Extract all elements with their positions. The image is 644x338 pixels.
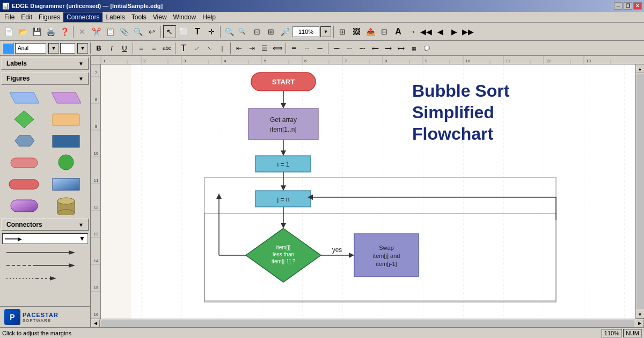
scroll-up-button[interactable]: ▲ bbox=[636, 64, 645, 73]
copy-button[interactable]: 📋 bbox=[104, 25, 116, 38]
grid-button[interactable]: ⊞ bbox=[336, 25, 349, 38]
minimize-button[interactable]: ─ bbox=[614, 2, 623, 10]
save-button[interactable]: 💾 bbox=[30, 25, 43, 38]
line-style2[interactable]: ┄ bbox=[301, 42, 313, 54]
arrow-right-button[interactable]: → bbox=[406, 25, 419, 38]
zoom-fit-button[interactable]: ⊡ bbox=[251, 25, 264, 38]
shape-parallelogram[interactable] bbox=[4, 88, 44, 107]
cut-button[interactable]: ✂️ bbox=[90, 25, 103, 38]
scroll-thumb-h[interactable] bbox=[101, 320, 634, 327]
zoom-out-button[interactable]: 🔍- bbox=[237, 25, 250, 38]
scroll-down-button[interactable]: ▼ bbox=[636, 310, 645, 319]
list-button[interactable]: ☰ bbox=[259, 42, 270, 54]
menu-view[interactable]: View bbox=[150, 12, 170, 22]
align-left-button[interactable]: ≡ bbox=[135, 42, 147, 54]
close-button[interactable]: ✕ bbox=[633, 2, 642, 10]
shape-hexagon[interactable] bbox=[4, 131, 44, 150]
line-tool3[interactable]: ╍╍ bbox=[356, 42, 368, 54]
shape-circle[interactable] bbox=[46, 153, 86, 172]
scroll-right-button[interactable]: ▶ bbox=[635, 319, 644, 328]
connector-tool[interactable]: ✛ bbox=[205, 25, 218, 38]
menu-figures[interactable]: Figures bbox=[35, 12, 63, 22]
scroll-left-button[interactable]: ◀ bbox=[91, 319, 100, 328]
indent-button[interactable]: ⇤ bbox=[233, 42, 245, 54]
delete-button[interactable]: ✕ bbox=[76, 25, 89, 38]
diagram-canvas[interactable]: Bubble Sort Simplified Flowchart START G… bbox=[101, 64, 635, 319]
nav4-button[interactable]: ▶▶ bbox=[462, 25, 474, 38]
paste-button[interactable]: 📎 bbox=[118, 25, 130, 38]
menu-edit[interactable]: Edit bbox=[18, 12, 35, 22]
zoom-custom-button[interactable]: 🔎 bbox=[279, 25, 291, 38]
title-bar-controls[interactable]: ─ ❐ ✕ bbox=[614, 2, 642, 10]
labels-section-header[interactable]: Labels ▼ bbox=[1, 57, 89, 70]
line-tool4[interactable]: ⟵ bbox=[369, 42, 381, 54]
bubble-tool[interactable]: 💬 bbox=[421, 42, 433, 54]
menu-tools[interactable]: Tools bbox=[128, 12, 150, 22]
print-button[interactable]: 🖨️ bbox=[44, 25, 57, 38]
open-button[interactable]: 📂 bbox=[16, 25, 29, 38]
bold-button[interactable]: B bbox=[93, 42, 105, 54]
horizontal-scrollbar[interactable]: ◀ ▶ bbox=[91, 319, 644, 327]
font-dropdown[interactable]: ▼ bbox=[48, 43, 59, 54]
connectors-section-header[interactable]: Connectors ▼ bbox=[1, 218, 89, 231]
italic-button[interactable]: I bbox=[106, 42, 118, 54]
shape-diamond[interactable] bbox=[4, 110, 44, 129]
nav1-button[interactable]: ◀◀ bbox=[420, 25, 433, 38]
figure-tool[interactable]: ⬜ bbox=[177, 25, 190, 38]
menu-file[interactable]: File bbox=[1, 12, 18, 22]
import-button[interactable]: 🖼 bbox=[350, 25, 363, 38]
connector-arrow[interactable] bbox=[4, 247, 86, 258]
line-tool6[interactable]: ⟷ bbox=[395, 42, 407, 54]
line-style3[interactable]: ─ bbox=[314, 42, 326, 54]
select-tool[interactable]: ↖ bbox=[163, 25, 176, 38]
color-swatch[interactable] bbox=[2, 42, 14, 54]
shape-cylinder[interactable] bbox=[46, 196, 86, 215]
nav3-button[interactable]: ▶ bbox=[448, 25, 460, 38]
align-button[interactable]: ⊟ bbox=[378, 25, 391, 38]
underline-button[interactable]: U bbox=[119, 42, 130, 54]
shape-purple-parallelogram[interactable] bbox=[46, 88, 86, 107]
find-button[interactable]: 🔍 bbox=[131, 25, 144, 38]
shape-purple-gradient[interactable] bbox=[4, 196, 44, 215]
text-vertical-button[interactable]: | bbox=[216, 42, 228, 54]
text-label[interactable]: abc bbox=[161, 42, 173, 54]
line-tool1[interactable]: ━━ bbox=[331, 42, 342, 54]
menu-connectors[interactable]: Connectors bbox=[63, 12, 103, 22]
restore-button[interactable]: ❐ bbox=[624, 2, 632, 10]
font-button[interactable]: A bbox=[392, 25, 405, 38]
text-tool[interactable]: T bbox=[191, 25, 204, 38]
shape-peach-rect[interactable] bbox=[46, 110, 86, 129]
line-tool5[interactable]: ⟶ bbox=[382, 42, 394, 54]
help-button[interactable]: ❓ bbox=[58, 25, 71, 38]
font-size-combo[interactable] bbox=[60, 43, 76, 54]
zoom-in-button[interactable]: 🔍 bbox=[223, 25, 236, 38]
connector-dash-arrow[interactable] bbox=[4, 260, 86, 271]
getarray-node-bg[interactable] bbox=[248, 109, 318, 140]
align-center-button[interactable]: ≡ bbox=[148, 42, 160, 54]
nav2-button[interactable]: ◀ bbox=[434, 25, 447, 38]
font-name-combo[interactable]: Arial bbox=[15, 43, 47, 54]
menu-labels[interactable]: Labels bbox=[103, 12, 128, 22]
text-angle-button[interactable]: ⟋ bbox=[191, 42, 202, 54]
shape-blue-rect[interactable] bbox=[46, 131, 86, 150]
zoom-page-button[interactable]: ⊞ bbox=[265, 25, 277, 38]
figures-section-header[interactable]: Figures ▼ bbox=[1, 72, 89, 85]
zoom-dropdown[interactable]: ▼ bbox=[320, 26, 331, 37]
scroll-thumb-v[interactable] bbox=[636, 74, 644, 309]
menu-window[interactable]: Window bbox=[170, 12, 200, 22]
export-button[interactable]: 📤 bbox=[364, 25, 377, 38]
undo-button[interactable]: ↩ bbox=[145, 25, 158, 38]
connector-dot-arrow[interactable] bbox=[4, 273, 86, 284]
font-size-dropdown[interactable]: ▼ bbox=[77, 43, 88, 54]
menu-help[interactable]: Help bbox=[199, 12, 219, 22]
zoom-level-display[interactable]: 110% bbox=[292, 26, 319, 37]
shape-blue-gradient[interactable] bbox=[46, 174, 86, 193]
outdent-button[interactable]: ⇥ bbox=[246, 42, 258, 54]
text-angle2-button[interactable]: ⟍ bbox=[203, 42, 215, 54]
shape-red-pill[interactable] bbox=[4, 174, 44, 193]
line-style1[interactable]: ━ bbox=[288, 42, 300, 54]
shadow-tool[interactable]: ▦ bbox=[408, 42, 420, 54]
new-button[interactable]: 📄 bbox=[2, 25, 15, 38]
vertical-scrollbar[interactable]: ▲ ▼ bbox=[635, 64, 644, 319]
spacer-button[interactable]: ⟺ bbox=[272, 42, 283, 54]
